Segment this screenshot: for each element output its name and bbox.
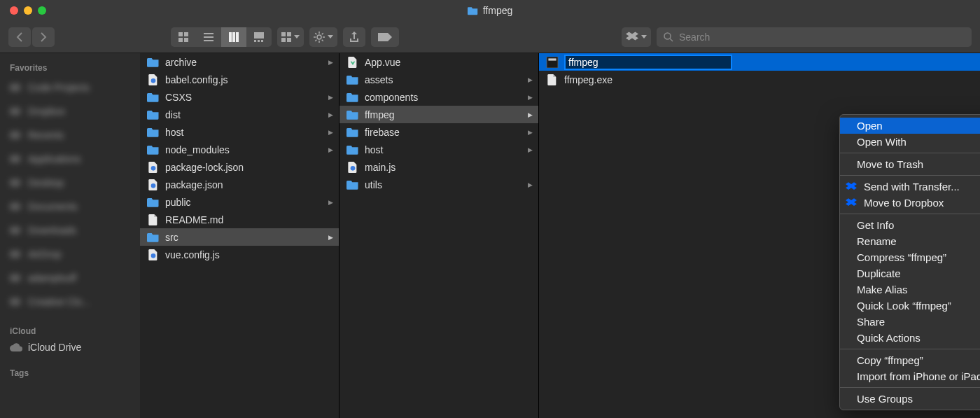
folder-icon xyxy=(10,272,22,284)
close-window-button[interactable] xyxy=(10,6,18,15)
context-menu-item[interactable]: Use Groups xyxy=(840,391,980,407)
context-menu-item[interactable]: Move to Dropbox xyxy=(840,195,980,211)
svg-rect-1 xyxy=(184,32,188,36)
file-row[interactable]: package-lock.json xyxy=(140,158,339,176)
folder-icon xyxy=(147,144,160,155)
forward-button[interactable] xyxy=(32,27,55,47)
maximize-window-button[interactable] xyxy=(38,6,46,15)
chevron-right-icon: ▶ xyxy=(528,129,533,136)
file-row[interactable]: ffmpeg.exe xyxy=(539,71,980,88)
context-menu-item[interactable]: Copy “ffmpeg” xyxy=(840,352,980,368)
sidebar-item-icloud-drive[interactable]: iCloud Drive xyxy=(0,339,140,356)
traffic-lights xyxy=(0,6,46,15)
context-menu-item[interactable]: Quick Look “ffmpeg” xyxy=(840,298,980,314)
folder-icon xyxy=(10,201,22,212)
file-name: host xyxy=(165,127,183,138)
sidebar-item-blurred[interactable]: Downloads xyxy=(0,218,140,242)
sidebar-item-blurred[interactable]: AirDrop xyxy=(0,242,140,266)
sidebar-section-favorites: Favorites xyxy=(0,60,140,76)
menu-separator xyxy=(840,175,980,176)
folder-icon xyxy=(147,57,160,68)
svg-point-18 xyxy=(317,35,321,39)
context-menu-label: Make Alias xyxy=(857,284,908,295)
file-row[interactable]: assets▶ xyxy=(340,71,538,88)
sidebar-item-blurred[interactable]: Recents xyxy=(0,123,140,147)
context-menu-item[interactable]: Send with Transfer... xyxy=(840,179,980,195)
minimize-window-button[interactable] xyxy=(24,6,32,15)
context-menu-item[interactable]: Duplicate xyxy=(840,265,980,281)
svg-rect-27 xyxy=(10,227,20,235)
column-0[interactable]: archive▶babel.config.jsCSXS▶dist▶host▶no… xyxy=(140,53,340,418)
file-row[interactable]: babel.config.js xyxy=(140,71,339,88)
file-row[interactable]: ffmpeg▶ xyxy=(340,106,538,123)
file-row[interactable]: src▶ xyxy=(140,228,339,246)
svg-rect-8 xyxy=(232,32,235,42)
context-menu-item[interactable]: Get Info xyxy=(840,217,980,233)
file-row[interactable]: components▶ xyxy=(340,88,538,106)
chevron-down-icon xyxy=(641,35,647,39)
file-row[interactable]: archive▶ xyxy=(140,53,339,71)
sidebar-item-blurred[interactable]: Documents xyxy=(0,195,140,218)
folder-icon xyxy=(10,130,22,141)
menu-separator xyxy=(840,214,980,214)
context-menu: OpenOpen With▶Move to TrashSend with Tra… xyxy=(839,114,980,410)
svg-point-19 xyxy=(664,33,671,39)
column-1[interactable]: App.vueassets▶components▶ffmpeg▶firebase… xyxy=(340,53,539,418)
file-row[interactable]: main.js xyxy=(340,158,538,176)
search-box[interactable] xyxy=(657,27,972,47)
file-row[interactable]: App.vue xyxy=(340,53,538,71)
sidebar-item-blurred[interactable]: Desktop xyxy=(0,171,140,195)
icon-view-button[interactable] xyxy=(171,27,196,47)
file-row[interactable]: node_modules▶ xyxy=(140,141,339,158)
list-view-button[interactable] xyxy=(196,27,221,47)
menu-separator xyxy=(840,153,980,153)
context-menu-item[interactable]: Make Alias xyxy=(840,281,980,298)
file-name: utils xyxy=(365,179,382,190)
file-row[interactable]: dist▶ xyxy=(140,106,339,123)
cloud-icon xyxy=(10,342,22,353)
chevron-right-icon: ▶ xyxy=(328,234,333,241)
file-row[interactable]: package.json xyxy=(140,176,339,193)
tags-button[interactable] xyxy=(371,27,399,47)
file-row[interactable]: ffmpeg xyxy=(539,53,980,71)
sidebar-item-blurred[interactable]: Code Projects xyxy=(0,76,140,99)
dropbox-dropdown[interactable] xyxy=(622,27,651,47)
file-row[interactable]: utils▶ xyxy=(340,176,538,193)
sidebar-item-blurred[interactable]: Creative Clo... xyxy=(0,290,140,314)
context-menu-item[interactable]: Move to Trash xyxy=(840,156,980,172)
file-row[interactable]: host▶ xyxy=(340,141,538,158)
tag-icon xyxy=(378,33,392,41)
file-row[interactable]: host▶ xyxy=(140,123,339,141)
context-menu-item[interactable]: Quick Actions▶ xyxy=(840,330,980,346)
sidebar-item-blurred[interactable]: adamplouff xyxy=(0,266,140,290)
context-menu-item[interactable]: Compress “ffmpeg” xyxy=(840,249,980,265)
svg-rect-21 xyxy=(10,84,20,92)
column-view-button[interactable] xyxy=(221,27,246,47)
context-menu-item[interactable]: Open With▶ xyxy=(840,134,980,150)
file-row[interactable]: public▶ xyxy=(140,193,339,211)
folder-icon xyxy=(10,177,22,188)
context-menu-item[interactable]: Import from iPhone or iPad▶ xyxy=(840,368,980,384)
rename-input[interactable]: ffmpeg xyxy=(564,55,732,70)
vue-icon xyxy=(346,57,359,68)
folder-icon xyxy=(147,127,160,138)
sidebar-item-blurred[interactable]: Dropbox xyxy=(0,99,140,123)
context-menu-item[interactable]: Share▶ xyxy=(840,314,980,330)
file-row[interactable]: vue.config.js xyxy=(140,246,339,263)
context-menu-item[interactable]: Rename xyxy=(840,233,980,249)
back-button[interactable] xyxy=(8,27,31,47)
chevron-right-icon: ▶ xyxy=(528,181,533,188)
context-menu-label: Compress “ffmpeg” xyxy=(857,251,946,263)
chevron-right-icon: ▶ xyxy=(528,146,533,153)
file-row[interactable]: README.md xyxy=(140,211,339,228)
action-dropdown[interactable] xyxy=(309,27,337,47)
context-menu-item[interactable]: Open xyxy=(840,118,980,134)
file-row[interactable]: CSXS▶ xyxy=(140,88,339,106)
sidebar-item-blurred[interactable]: Applications xyxy=(0,147,140,171)
gallery-view-button[interactable] xyxy=(246,27,272,47)
arrange-dropdown[interactable] xyxy=(277,27,304,47)
share-button[interactable] xyxy=(343,27,365,47)
sidebar-section-tags: Tags xyxy=(0,365,140,381)
search-input[interactable] xyxy=(679,32,965,43)
file-row[interactable]: firebase▶ xyxy=(340,123,538,141)
